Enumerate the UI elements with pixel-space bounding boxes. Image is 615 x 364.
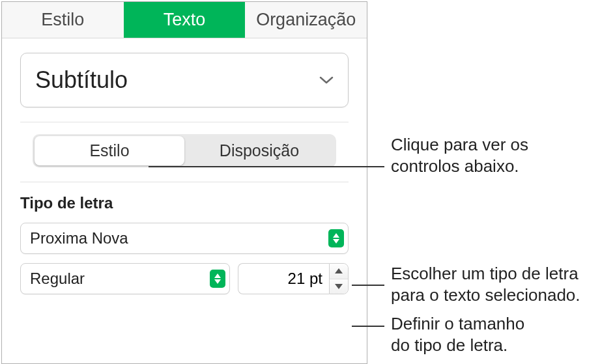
font-size-stepper bbox=[329, 263, 349, 294]
paragraph-style-value: Subtítulo bbox=[35, 66, 128, 94]
callout-leader-line bbox=[352, 326, 384, 327]
inspector-tabs: Estilo Texto Organização bbox=[2, 2, 367, 38]
callout-font-family: Escolher um tipo de letra para o texto s… bbox=[391, 263, 580, 305]
callout-leader-line bbox=[352, 285, 384, 286]
format-inspector-panel: Estilo Texto Organização Subtítulo Estil… bbox=[1, 1, 367, 364]
popup-arrows-icon bbox=[210, 270, 225, 288]
chevron-up-icon bbox=[335, 268, 343, 273]
font-style-popup[interactable]: Regular bbox=[20, 263, 230, 294]
svg-marker-2 bbox=[214, 273, 221, 278]
font-family-popup[interactable]: Proxima Nova bbox=[20, 223, 349, 254]
divider bbox=[20, 122, 349, 122]
divider bbox=[20, 182, 349, 182]
font-size-group: 21 pt bbox=[238, 263, 349, 294]
sub-tab-layout[interactable]: Disposição bbox=[184, 136, 334, 165]
callout-font-size: Definir o tamanho do tipo de letra. bbox=[391, 313, 524, 356]
font-size-value: 21 pt bbox=[288, 270, 322, 288]
svg-marker-4 bbox=[335, 268, 343, 273]
font-style-value: Regular bbox=[30, 270, 85, 288]
font-size-input[interactable]: 21 pt bbox=[238, 263, 329, 294]
tab-style[interactable]: Estilo bbox=[2, 2, 124, 38]
tab-arrange[interactable]: Organização bbox=[245, 2, 367, 38]
svg-marker-3 bbox=[214, 279, 221, 284]
font-size-step-up[interactable] bbox=[330, 264, 348, 279]
tab-text[interactable]: Texto bbox=[124, 2, 246, 38]
callout-leader-line bbox=[149, 166, 384, 167]
font-section-label: Tipo de letra bbox=[20, 194, 349, 212]
font-size-step-down[interactable] bbox=[330, 279, 348, 294]
paragraph-style-dropdown[interactable]: Subtítulo bbox=[20, 53, 349, 107]
sub-tab-style[interactable]: Estilo bbox=[35, 136, 184, 165]
popup-arrows-icon bbox=[328, 229, 344, 247]
chevron-down-icon bbox=[319, 76, 334, 85]
callout-sub-tab: Clique para ver os controlos abaixo. bbox=[391, 134, 528, 176]
svg-marker-5 bbox=[335, 284, 343, 289]
font-family-value: Proxima Nova bbox=[30, 229, 128, 247]
chevron-down-icon bbox=[335, 284, 343, 289]
text-sub-tabs: Estilo Disposição bbox=[33, 134, 336, 167]
svg-marker-0 bbox=[333, 233, 339, 238]
svg-marker-1 bbox=[333, 239, 339, 244]
